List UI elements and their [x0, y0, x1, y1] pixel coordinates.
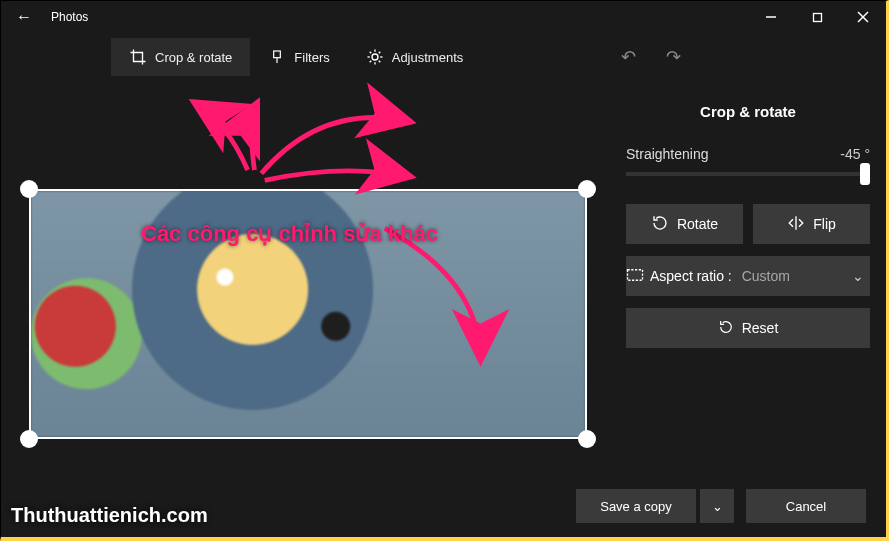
svg-point-6 — [372, 54, 378, 60]
save-copy-label: Save a copy — [600, 499, 672, 514]
straightening-row: Straightening -45 ° — [626, 146, 870, 162]
app-title: Photos — [47, 10, 748, 24]
crop-handle-bottom-left[interactable] — [20, 430, 38, 448]
flip-label: Flip — [813, 216, 836, 232]
save-copy-button[interactable]: Save a copy — [576, 489, 696, 523]
rotate-button[interactable]: Rotate — [626, 204, 743, 244]
aspect-ratio-value: Custom — [742, 268, 790, 284]
aspect-ratio-dropdown[interactable]: Aspect ratio : Custom ⌄ — [626, 256, 870, 296]
image-preview — [31, 191, 585, 437]
redo-button[interactable]: ↷ — [666, 46, 681, 68]
straightening-value: -45 ° — [840, 146, 870, 162]
rotate-label: Rotate — [677, 216, 718, 232]
flip-button[interactable]: Flip — [753, 204, 870, 244]
svg-rect-1 — [813, 13, 821, 21]
flip-icon — [787, 214, 805, 235]
editor-body: Các công cụ chỉnh sửa khác Crop & rot — [1, 81, 886, 537]
aspect-ratio-label: Aspect ratio : — [650, 268, 732, 284]
cancel-label: Cancel — [786, 499, 826, 514]
crop-rotate-label: Crop & rotate — [155, 50, 232, 65]
crop-rotate-tab[interactable]: Crop & rotate — [111, 38, 250, 76]
svg-line-14 — [378, 52, 380, 54]
edit-toolbar: Crop & rotate Filters Adjustments ↶ ↷ — [1, 33, 886, 81]
history-controls: ↶ ↷ — [621, 46, 681, 68]
back-button[interactable]: ← — [1, 8, 47, 26]
adjustments-icon — [366, 48, 384, 66]
crop-rotate-panel: Crop & rotate Straightening -45 ° Rotate — [610, 81, 886, 537]
cancel-button[interactable]: Cancel — [746, 489, 866, 523]
photos-editor-window: ← Photos Crop & rotate Filters — [0, 0, 889, 541]
reset-button[interactable]: Reset — [626, 308, 870, 348]
titlebar: ← Photos — [1, 1, 886, 33]
rotate-icon — [651, 214, 669, 235]
straightening-slider[interactable] — [626, 172, 870, 176]
svg-rect-15 — [628, 269, 643, 280]
filters-label: Filters — [294, 50, 329, 65]
straightening-label: Straightening — [626, 146, 709, 162]
close-button[interactable] — [840, 1, 886, 33]
reset-icon — [718, 319, 734, 338]
svg-line-13 — [369, 61, 371, 63]
adjustments-tab[interactable]: Adjustments — [348, 38, 482, 76]
aspect-ratio-icon — [626, 268, 644, 285]
svg-rect-4 — [274, 51, 281, 58]
crop-handle-top-left[interactable] — [20, 180, 38, 198]
filters-icon — [268, 48, 286, 66]
chevron-down-icon: ⌄ — [712, 499, 723, 514]
svg-line-11 — [369, 52, 371, 54]
svg-line-12 — [378, 61, 380, 63]
crop-handle-top-right[interactable] — [578, 180, 596, 198]
canvas-area[interactable]: Các công cụ chỉnh sửa khác — [1, 81, 610, 537]
adjustments-label: Adjustments — [392, 50, 464, 65]
reset-label: Reset — [742, 320, 779, 336]
crop-icon — [129, 48, 147, 66]
filters-tab[interactable]: Filters — [250, 38, 347, 76]
chevron-down-icon: ⌄ — [852, 268, 864, 284]
save-copy-dropdown[interactable]: ⌄ — [700, 489, 734, 523]
slider-thumb[interactable] — [860, 163, 870, 185]
minimize-button[interactable] — [748, 1, 794, 33]
crop-frame[interactable] — [29, 189, 587, 439]
undo-button[interactable]: ↶ — [621, 46, 636, 68]
maximize-button[interactable] — [794, 1, 840, 33]
panel-title: Crop & rotate — [626, 103, 870, 120]
footer-actions: Save a copy ⌄ Cancel — [576, 489, 866, 523]
watermark-text: Thuthuattienich.com — [11, 504, 208, 527]
crop-handle-bottom-right[interactable] — [578, 430, 596, 448]
